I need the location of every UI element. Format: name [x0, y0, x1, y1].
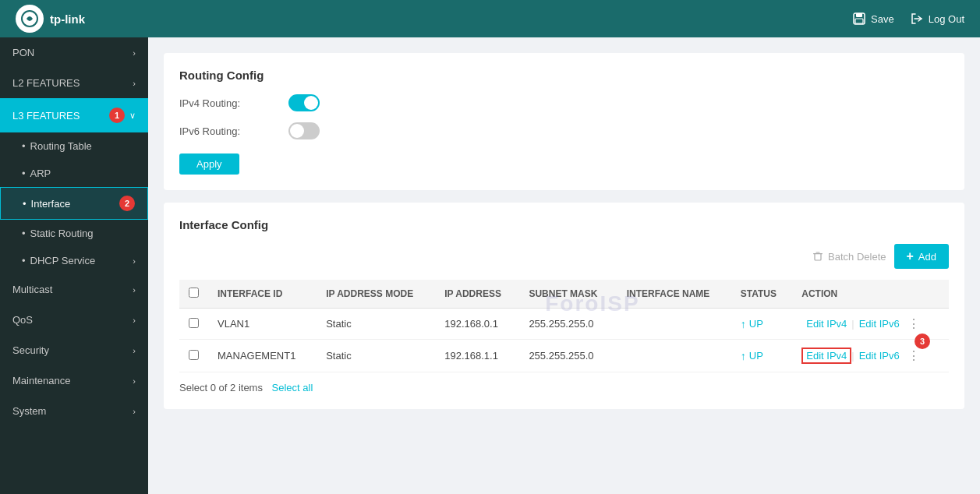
sidebar-item-multicast[interactable]: Multicast › — [0, 274, 148, 305]
batch-delete-button[interactable]: Batch Delete — [812, 251, 886, 263]
sidebar-item-label-multicast: Multicast — [12, 284, 52, 295]
bullet: • — [22, 140, 26, 152]
sidebar-item-label-l3: L3 FEATURES — [12, 110, 80, 122]
sidebar-item-security[interactable]: Security › — [0, 335, 148, 365]
sidebar-sub-item-routing-table[interactable]: • Routing Table — [0, 132, 148, 160]
chevron-right-icon: › — [133, 79, 136, 88]
interface-table: INTERFACE ID IP ADDRESS MODE IP ADDRESS … — [179, 280, 949, 372]
chevron-right-icon: › — [133, 346, 136, 355]
chevron-right-icon: › — [133, 256, 136, 266]
table-body: VLAN1 Static 192.168.0.1 255.255.255.0 ↑… — [179, 309, 949, 372]
sidebar-item-label-maintenance: Maintenance — [12, 375, 70, 386]
logo-text: tp-link — [50, 12, 85, 26]
sidebar-item-system[interactable]: System › — [0, 396, 148, 426]
row2-mode: Static — [317, 340, 435, 372]
row1-action-links: Edit IPv4 | Edit IPv6 ⋮ — [801, 316, 939, 331]
row1-edit-ipv4-link[interactable]: Edit IPv4 — [801, 316, 851, 331]
table-row: VLAN1 Static 192.168.0.1 255.255.255.0 ↑… — [179, 309, 949, 340]
interface-config-card: Interface Config ForoISP Batch Delete + … — [164, 203, 964, 409]
chevron-down-icon: ∨ — [129, 111, 136, 121]
interface-config-title: Interface Config — [179, 218, 949, 231]
apply-button[interactable]: Apply — [179, 153, 239, 175]
logout-button[interactable]: Log Out — [910, 12, 964, 26]
col-interface-id: INTERFACE ID — [208, 280, 317, 309]
row2-action-links: Edit IPv4 | Edit IPv6 ⋮ — [801, 348, 939, 364]
row1-more-button[interactable]: ⋮ — [904, 316, 923, 331]
chevron-right-icon: › — [133, 407, 136, 416]
sidebar-item-label-l2: L2 FEATURES — [12, 77, 80, 89]
ipv4-routing-toggle[interactable] — [288, 94, 320, 111]
trash-icon — [812, 251, 823, 262]
col-interface-name: INTERFACE NAME — [617, 280, 731, 309]
add-button[interactable]: + Add — [894, 244, 949, 269]
col-action: ACTION — [792, 280, 949, 309]
main-layout: PON › L2 FEATURES › L3 FEATURES 1 ∨ • Ro… — [0, 37, 980, 494]
table-row: MANAGEMENT1 Static 192.168.1.1 255.255.2… — [179, 340, 949, 372]
ipv4-routing-row: IPv4 Routing: — [179, 94, 949, 111]
sidebar-item-label-security: Security — [12, 344, 49, 356]
badge-2: 2 — [119, 196, 135, 211]
toggle-knob — [290, 124, 304, 138]
ipv6-routing-toggle[interactable] — [288, 122, 320, 139]
row1-subnet: 255.255.255.0 — [519, 309, 617, 340]
ipv6-routing-label: IPv6 Routing: — [179, 125, 288, 137]
row2-status: ↑ UP — [731, 340, 793, 372]
sidebar-sub-item-interface[interactable]: • Interface 2 — [0, 187, 148, 220]
sidebar-item-maintenance[interactable]: Maintenance › — [0, 365, 148, 396]
sub-item-label-routing-table: Routing Table — [30, 140, 92, 152]
plus-icon: + — [907, 249, 914, 263]
sidebar-item-label-qos: QoS — [12, 314, 33, 326]
row2-ip: 192.168.1.1 — [435, 340, 519, 372]
select-all-checkbox[interactable] — [189, 288, 199, 298]
sidebar-item-l2features[interactable]: L2 FEATURES › — [0, 68, 148, 98]
save-icon — [852, 12, 866, 26]
row2-checkbox-cell — [179, 340, 208, 372]
row1-name — [617, 309, 731, 340]
routing-config-title: Routing Config — [179, 69, 949, 82]
sidebar-item-l3features[interactable]: L3 FEATURES 1 ∨ — [0, 98, 148, 132]
sidebar-item-qos[interactable]: QoS › — [0, 305, 148, 335]
row1-interface-id: VLAN1 — [208, 309, 317, 340]
col-subnet-mask: SUBNET MASK — [519, 280, 617, 309]
header-actions: Save Log Out — [852, 12, 964, 26]
sidebar-sub-item-static-routing[interactable]: • Static Routing — [0, 220, 148, 247]
save-button[interactable]: Save — [852, 12, 894, 26]
row2-edit-ipv4-link[interactable]: Edit IPv4 — [801, 348, 851, 364]
col-ip-address: IP ADDRESS — [435, 280, 519, 309]
sidebar-item-pon[interactable]: PON › — [0, 37, 148, 68]
logo-icon — [16, 5, 44, 33]
row2-subnet: 255.255.255.0 — [519, 340, 617, 372]
badge-3: 3 — [915, 333, 930, 349]
row2-interface-id: MANAGEMENT1 — [208, 340, 317, 372]
select-count-text: Select 0 of 2 items — [179, 382, 263, 393]
select-all-link[interactable]: Select all — [272, 382, 313, 393]
up-arrow-icon: ↑ — [741, 350, 746, 362]
col-ip-address-mode: IP ADDRESS MODE — [317, 280, 435, 309]
sidebar-sub-item-arp[interactable]: • ARP — [0, 160, 148, 187]
row1-checkbox[interactable] — [189, 318, 199, 328]
row2-more-button[interactable]: ⋮ — [904, 348, 923, 363]
row1-edit-ipv6-link[interactable]: Edit IPv6 — [854, 316, 904, 331]
routing-config-card: Routing Config IPv4 Routing: IPv6 Routin… — [164, 53, 964, 190]
col-status: STATUS — [731, 280, 793, 309]
batch-delete-label: Batch Delete — [828, 251, 886, 263]
row1-checkbox-cell — [179, 309, 208, 340]
row2-name — [617, 340, 731, 372]
sidebar-sub-item-dhcp-service[interactable]: • DHCP Service › — [0, 247, 148, 274]
select-info: Select 0 of 2 items Select all — [179, 382, 949, 393]
status-up-indicator: ↑ UP — [741, 350, 784, 362]
sub-item-label-arp: ARP — [30, 168, 51, 179]
row2-checkbox[interactable] — [189, 350, 199, 360]
row2-action: Edit IPv4 | Edit IPv6 ⋮ 3 — [792, 340, 949, 372]
chevron-right-icon: › — [133, 285, 136, 295]
svg-rect-3 — [855, 19, 863, 23]
bullet: • — [22, 228, 26, 239]
row2-edit-ipv6-link[interactable]: Edit IPv6 — [854, 348, 904, 363]
badge-1: 1 — [109, 108, 125, 123]
add-label: Add — [918, 251, 936, 263]
bullet: • — [22, 168, 26, 179]
status-text: UP — [749, 350, 763, 362]
bullet: • — [23, 198, 27, 210]
table-header: INTERFACE ID IP ADDRESS MODE IP ADDRESS … — [179, 280, 949, 309]
chevron-right-icon: › — [133, 316, 136, 325]
